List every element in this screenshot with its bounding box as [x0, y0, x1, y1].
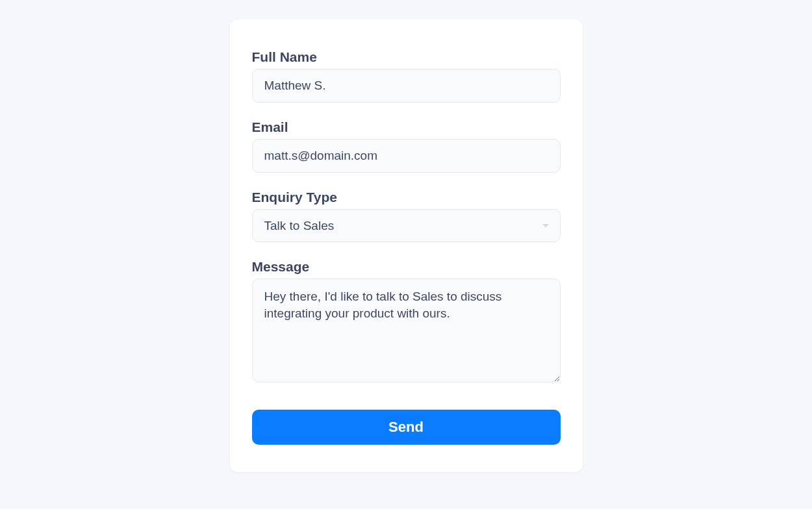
- message-textarea[interactable]: Hey there, I'd like to talk to Sales to …: [252, 279, 561, 382]
- full-name-input[interactable]: [252, 69, 561, 103]
- enquiry-type-group: Enquiry Type Talk to Sales: [252, 190, 561, 242]
- contact-form-card: Full Name Email Enquiry Type Talk to Sal…: [230, 19, 583, 472]
- email-group: Email: [252, 119, 561, 173]
- message-label: Message: [252, 259, 561, 275]
- enquiry-type-label: Enquiry Type: [252, 190, 561, 205]
- send-button[interactable]: Send: [252, 410, 561, 445]
- enquiry-type-select-wrapper: Talk to Sales: [252, 209, 561, 242]
- message-group: Message Hey there, I'd like to talk to S…: [252, 259, 561, 385]
- email-input[interactable]: [252, 139, 561, 173]
- full-name-group: Full Name: [252, 49, 561, 103]
- enquiry-type-select[interactable]: Talk to Sales: [252, 209, 561, 242]
- email-label: Email: [252, 119, 561, 135]
- full-name-label: Full Name: [252, 49, 561, 65]
